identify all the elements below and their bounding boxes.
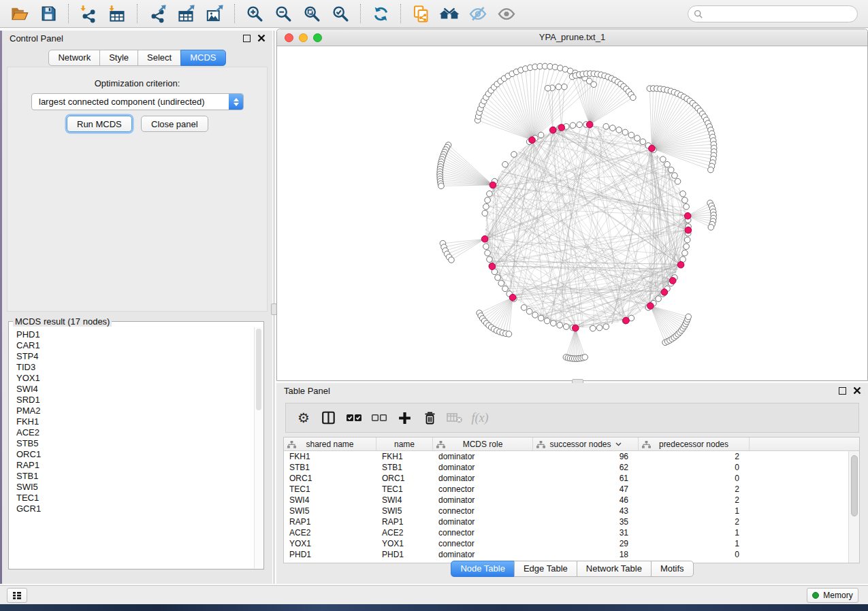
cell-MCDS-role[interactable]: dominator xyxy=(433,473,533,484)
network-node[interactable] xyxy=(684,244,690,250)
network-node[interactable] xyxy=(495,275,501,281)
network-node[interactable] xyxy=(661,289,668,296)
show-all-icon[interactable] xyxy=(492,1,521,26)
mcds-result-item[interactable]: PMA2 xyxy=(16,406,254,416)
tab-network[interactable]: Network xyxy=(48,50,100,66)
network-node[interactable] xyxy=(675,178,681,184)
cell-MCDS-role[interactable]: dominator xyxy=(433,462,533,473)
mcds-result-item[interactable]: PHD1 xyxy=(16,329,254,340)
gear-icon[interactable]: ⚙ xyxy=(294,408,313,428)
network-node[interactable] xyxy=(544,318,550,324)
deselect-all-icon[interactable] xyxy=(370,408,389,428)
mcds-result-item[interactable]: CAR1 xyxy=(16,340,254,351)
cell-MCDS-role[interactable]: connector xyxy=(433,527,533,538)
float-window-icon[interactable] xyxy=(839,387,846,395)
first-neighbors-icon[interactable] xyxy=(435,1,464,26)
table-row[interactable]: RAP1RAP1dominator352 xyxy=(284,516,848,527)
mcds-result-item[interactable]: SWI5 xyxy=(16,482,254,493)
cell-MCDS-role[interactable]: connector xyxy=(433,484,533,495)
cell-predecessor-nodes[interactable]: 1 xyxy=(639,538,750,549)
network-node[interactable] xyxy=(708,167,714,173)
network-node[interactable] xyxy=(682,197,688,203)
network-node[interactable] xyxy=(664,161,671,167)
cell-successor-nodes[interactable]: 62 xyxy=(533,462,639,473)
memory-button[interactable]: Memory xyxy=(807,588,858,603)
cell-successor-nodes[interactable]: 47 xyxy=(533,484,639,495)
export-network-icon[interactable] xyxy=(143,1,172,26)
mcds-result-item[interactable]: SWI4 xyxy=(16,384,254,395)
network-node[interactable] xyxy=(532,312,539,318)
cell-name[interactable]: SWI5 xyxy=(376,506,433,516)
cell-MCDS-role[interactable]: dominator xyxy=(433,549,533,560)
table-row[interactable]: FKH1FKH1dominator962 xyxy=(284,451,848,462)
network-node[interactable] xyxy=(483,203,489,210)
network-node[interactable] xyxy=(586,121,593,128)
cell-predecessor-nodes[interactable]: 2 xyxy=(639,451,750,462)
cell-MCDS-role[interactable]: connector xyxy=(433,506,533,516)
column-header-predecessor-nodes[interactable]: predecessor nodes xyxy=(639,437,750,450)
network-node[interactable] xyxy=(485,250,491,257)
network-node[interactable] xyxy=(487,191,493,197)
hide-selected-icon[interactable] xyxy=(464,1,492,26)
cell-successor-nodes[interactable]: 61 xyxy=(533,473,639,484)
mcds-result-item[interactable]: FKH1 xyxy=(16,416,254,427)
cell-successor-nodes[interactable]: 31 xyxy=(533,527,639,538)
close-icon[interactable] xyxy=(853,386,861,395)
network-node[interactable] xyxy=(708,225,714,231)
network-node[interactable] xyxy=(672,173,678,179)
cell-MCDS-role[interactable]: dominator xyxy=(433,451,533,462)
cell-successor-nodes[interactable]: 46 xyxy=(533,495,639,506)
table-row[interactable]: ACE2ACE2connector311 xyxy=(284,527,848,538)
cell-successor-nodes[interactable]: 29 xyxy=(533,538,639,549)
network-node[interactable] xyxy=(591,82,597,88)
network-node[interactable] xyxy=(649,145,656,152)
mcds-result-list[interactable]: PHD1CAR1STP4TID3YOX1SWI4SRD1PMA2FKH1ACE2… xyxy=(9,327,254,569)
network-canvas[interactable] xyxy=(277,46,867,380)
network-node[interactable] xyxy=(684,203,690,210)
cell-predecessor-nodes[interactable]: 2 xyxy=(639,516,750,527)
cell-MCDS-role[interactable]: connector xyxy=(433,538,533,549)
network-node[interactable] xyxy=(640,139,646,145)
table-row[interactable]: SWI5SWI5connector431 xyxy=(284,506,848,516)
run-mcds-button[interactable]: Run MCDS xyxy=(67,116,132,132)
cell-MCDS-role[interactable]: dominator xyxy=(433,495,533,506)
mcds-result-item[interactable]: STP4 xyxy=(16,351,254,362)
network-node[interactable] xyxy=(511,152,517,158)
open-file-icon[interactable] xyxy=(5,1,34,26)
cell-shared-name[interactable]: TEC1 xyxy=(284,484,376,495)
network-node[interactable] xyxy=(616,127,622,133)
mcds-result-item[interactable]: STB5 xyxy=(16,438,254,449)
search-box[interactable] xyxy=(688,5,858,22)
cell-shared-name[interactable]: ORC1 xyxy=(284,473,376,484)
cell-name[interactable]: YOX1 xyxy=(376,538,433,549)
cell-shared-name[interactable]: SWI4 xyxy=(284,495,376,506)
table-row[interactable]: PHD1PHD1dominator180 xyxy=(284,549,848,560)
refresh-icon[interactable] xyxy=(366,1,395,26)
cell-predecessor-nodes[interactable]: 2 xyxy=(639,484,750,495)
table-scrollbar[interactable] xyxy=(848,451,859,563)
network-node[interactable] xyxy=(610,125,616,131)
network-node[interactable] xyxy=(590,325,596,331)
network-node[interactable] xyxy=(506,331,512,337)
network-node[interactable] xyxy=(558,125,565,131)
cell-shared-name[interactable]: YOX1 xyxy=(284,538,376,549)
mcds-result-item[interactable]: STB1 xyxy=(16,471,254,482)
network-node[interactable] xyxy=(485,197,491,203)
network-node[interactable] xyxy=(577,122,583,128)
table-row[interactable]: ORC1ORC1dominator610 xyxy=(284,473,848,484)
cell-predecessor-nodes[interactable]: 0 xyxy=(639,462,750,473)
network-node[interactable] xyxy=(603,124,609,130)
cell-shared-name[interactable]: ACE2 xyxy=(284,527,376,538)
network-node[interactable] xyxy=(489,182,496,188)
network-node[interactable] xyxy=(622,129,628,135)
cell-MCDS-role[interactable]: dominator xyxy=(433,516,533,527)
network-node[interactable] xyxy=(526,308,532,314)
network-node[interactable] xyxy=(502,286,509,292)
network-node[interactable] xyxy=(498,280,504,286)
table-row[interactable]: SWI4SWI4dominator462 xyxy=(284,495,848,506)
tab-motifs[interactable]: Motifs xyxy=(651,561,694,577)
network-node[interactable] xyxy=(680,191,686,197)
cell-shared-name[interactable]: FKH1 xyxy=(284,451,376,462)
network-node[interactable] xyxy=(482,210,488,216)
network-node[interactable] xyxy=(483,244,489,250)
